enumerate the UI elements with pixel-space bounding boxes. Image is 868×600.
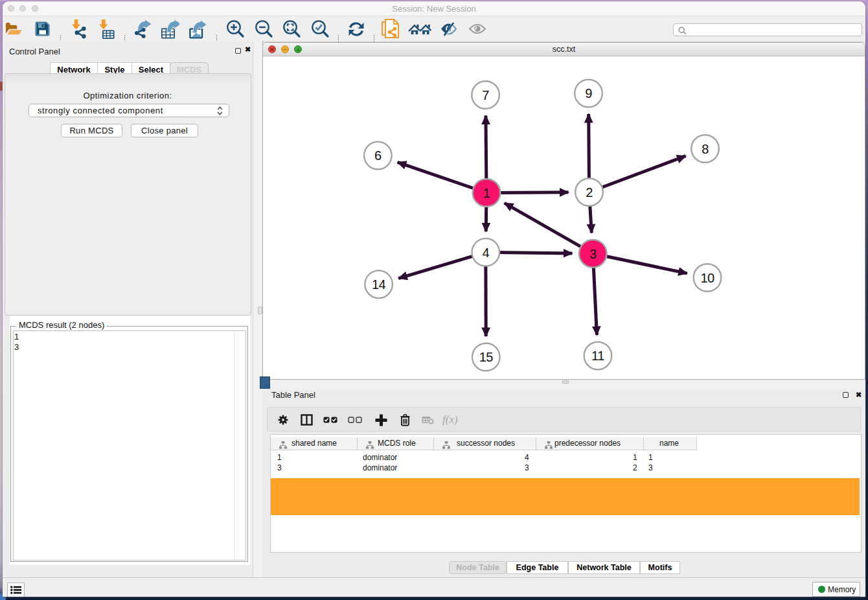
- svg-text:15: 15: [479, 350, 494, 364]
- svg-text:7: 7: [482, 88, 489, 102]
- svg-text:3: 3: [589, 247, 597, 261]
- svg-text:2: 2: [586, 185, 593, 200]
- svg-text:4: 4: [482, 246, 489, 260]
- svg-text:9: 9: [585, 86, 592, 100]
- svg-text:10: 10: [700, 271, 714, 285]
- svg-text:1: 1: [483, 186, 490, 200]
- svg-text:11: 11: [591, 349, 604, 363]
- svg-text:14: 14: [372, 277, 386, 292]
- svg-text:f(x): f(x): [442, 414, 458, 426]
- svg-text:8: 8: [702, 142, 709, 156]
- svg-text:6: 6: [374, 148, 382, 163]
